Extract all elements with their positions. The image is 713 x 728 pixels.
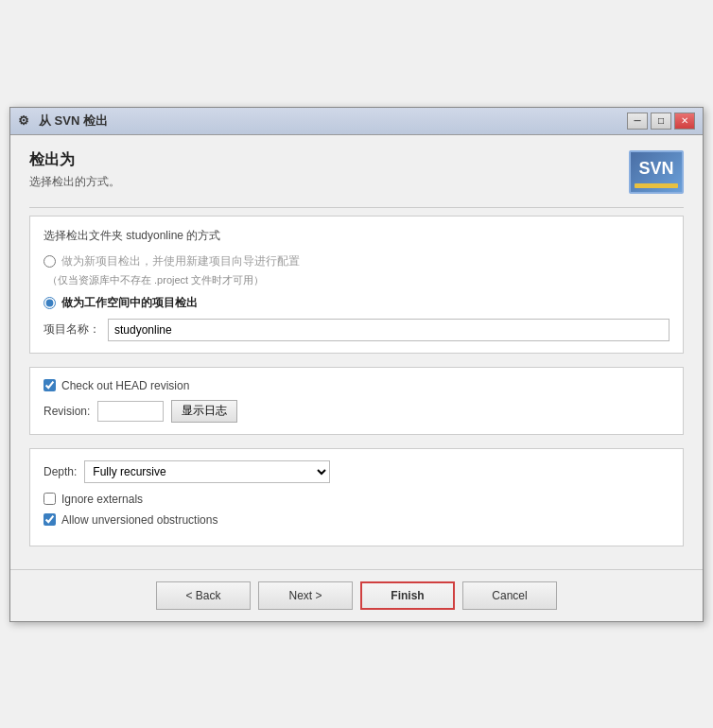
radio-workspace-label: 做为工作空间中的项目检出	[61, 295, 198, 311]
project-name-row: 项目名称：	[43, 319, 670, 341]
maximize-icon: □	[658, 115, 664, 126]
svn-logo-text: SVN	[638, 159, 673, 179]
allow-unversioned-row: Allow unversioned obstructions	[43, 513, 670, 527]
allow-unversioned-checkbox[interactable]	[43, 513, 56, 526]
maximize-button[interactable]: □	[651, 113, 671, 130]
radio-new-project-label: 做为新项目检出，并使用新建项目向导进行配置	[61, 253, 300, 269]
content-area: 检出为 选择检出的方式。 SVN 选择检出文件夹 studyonline 的方式…	[10, 135, 703, 569]
svn-logo-bar	[635, 183, 678, 188]
minimize-button[interactable]: ─	[627, 113, 648, 130]
revision-input[interactable]	[97, 401, 164, 422]
revision-label: Revision:	[43, 405, 90, 418]
ignore-externals-checkbox[interactable]	[43, 493, 56, 505]
title-bar: ⚙ 从 SVN 检出 ─ □ ✕	[10, 108, 703, 135]
close-button[interactable]: ✕	[674, 113, 695, 130]
depth-select[interactable]: Fully recursive Immediate children Only …	[84, 460, 330, 483]
show-log-button[interactable]: 显示日志	[171, 400, 237, 423]
radio-option-new-project: 做为新项目检出，并使用新建项目向导进行配置	[43, 253, 670, 269]
depth-section: Depth: Fully recursive Immediate childre…	[29, 448, 684, 546]
page-subtitle: 选择检出的方式。	[29, 174, 120, 190]
svn-icon: ⚙	[18, 113, 33, 129]
ignore-externals-label: Ignore externals	[61, 493, 143, 506]
header-text: 检出为 选择检出的方式。	[29, 150, 120, 190]
divider	[29, 207, 684, 208]
cancel-button[interactable]: Cancel	[462, 581, 557, 610]
option1-hint: （仅当资源库中不存在 .project 文件时才可用）	[47, 273, 670, 287]
revision-row: Revision: 显示日志	[43, 400, 670, 423]
footer: < Back Next > Finish Cancel	[10, 569, 703, 621]
title-bar-controls: ─ □ ✕	[627, 113, 695, 130]
revision-section: Check out HEAD revision Revision: 显示日志	[29, 367, 684, 435]
back-button[interactable]: < Back	[156, 581, 251, 610]
page-title: 检出为	[29, 150, 120, 170]
depth-row: Depth: Fully recursive Immediate childre…	[43, 460, 670, 483]
close-icon: ✕	[681, 115, 688, 126]
header-section: 检出为 选择检出的方式。 SVN	[29, 150, 684, 194]
minimize-icon: ─	[634, 115, 640, 126]
section-title: 选择检出文件夹 studyonline 的方式	[43, 228, 670, 244]
title-bar-left: ⚙ 从 SVN 检出	[18, 113, 108, 130]
project-name-label: 项目名称：	[43, 321, 100, 338]
checkout-head-label: Check out HEAD revision	[61, 379, 189, 392]
svn-logo: SVN	[629, 150, 684, 194]
checkout-head-checkbox[interactable]	[43, 379, 56, 391]
allow-unversioned-label: Allow unversioned obstructions	[61, 513, 217, 527]
finish-button[interactable]: Finish	[360, 581, 455, 610]
depth-label: Depth:	[43, 465, 77, 478]
radio-option-workspace: 做为工作空间中的项目检出	[43, 295, 670, 311]
main-window: ⚙ 从 SVN 检出 ─ □ ✕ 检出为 选择检出的方式。 SVN	[9, 107, 704, 622]
radio-workspace[interactable]	[43, 297, 56, 309]
checkout-options-section: 选择检出文件夹 studyonline 的方式 做为新项目检出，并使用新建项目向…	[29, 216, 684, 354]
ignore-externals-row: Ignore externals	[43, 493, 670, 506]
project-name-input[interactable]	[108, 319, 670, 341]
window-title: 从 SVN 检出	[39, 113, 108, 130]
checkout-head-row: Check out HEAD revision	[43, 379, 670, 392]
next-button[interactable]: Next >	[258, 581, 353, 610]
radio-new-project[interactable]	[43, 255, 56, 268]
